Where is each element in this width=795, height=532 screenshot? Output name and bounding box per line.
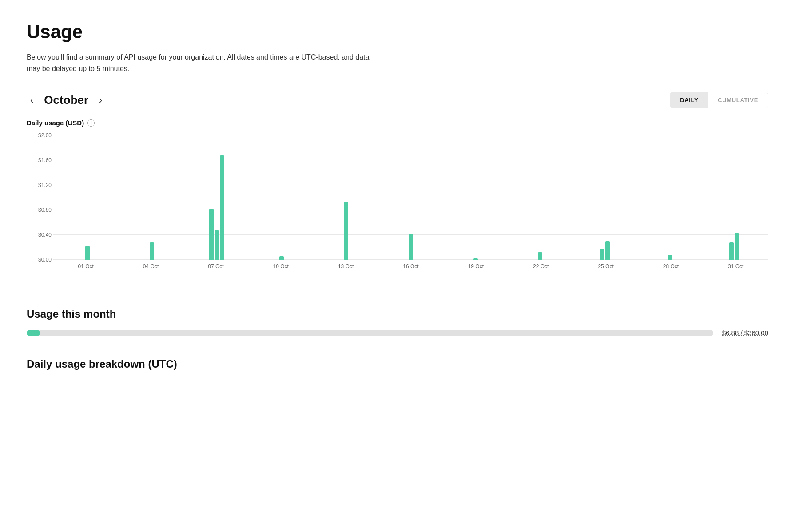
chart-label: Daily usage (USD) i <box>27 119 768 127</box>
bar[interactable] <box>600 249 604 260</box>
chart-container: $2.00$1.60$1.20$0.80$0.40$0.00 01 Oct04 … <box>27 135 768 286</box>
bar[interactable] <box>215 230 219 260</box>
x-axis-label: 16 Oct <box>378 263 443 270</box>
bar[interactable] <box>409 234 413 260</box>
bar-group <box>55 135 120 260</box>
bar[interactable] <box>473 258 478 260</box>
progress-bar-background <box>27 330 713 336</box>
month-title: October <box>44 93 88 107</box>
bar-group <box>443 135 508 260</box>
view-toggle-group: DAILY CUMULATIVE <box>670 92 768 108</box>
y-axis-label: $0.00 <box>38 257 52 263</box>
x-axis-label: 22 Oct <box>509 263 573 270</box>
bar-group <box>378 135 443 260</box>
page-title: Usage <box>27 21 768 43</box>
cumulative-toggle-button[interactable]: CUMULATIVE <box>708 92 768 108</box>
breakdown-title: Daily usage breakdown (UTC) <box>27 358 768 370</box>
next-month-button[interactable]: › <box>95 93 106 108</box>
bar-group <box>637 135 702 260</box>
bars-area <box>53 135 768 260</box>
x-axis-label: 25 Oct <box>573 263 638 270</box>
chart-header: ‹ October › DAILY CUMULATIVE <box>27 92 768 108</box>
usage-section-title: Usage this month <box>27 308 768 320</box>
y-axis-label: $1.20 <box>38 182 52 188</box>
x-axis-label: 07 Oct <box>183 263 248 270</box>
bar[interactable] <box>209 209 214 260</box>
bar[interactable] <box>150 242 154 260</box>
x-axis-labels: 01 Oct04 Oct07 Oct10 Oct13 Oct16 Oct19 O… <box>53 263 768 270</box>
bar-group <box>314 135 379 260</box>
bar[interactable] <box>668 255 672 260</box>
progress-container: $6.88 / $360.00 <box>27 329 768 337</box>
bar[interactable] <box>735 233 739 260</box>
y-axis-label: $2.00 <box>38 132 52 139</box>
prev-month-button[interactable]: ‹ <box>27 93 37 108</box>
bar-group <box>702 135 767 260</box>
bar-group <box>184 135 249 260</box>
page-subtitle: Below you'll find a summary of API usage… <box>27 52 382 74</box>
chart-section: Daily usage (USD) i $2.00$1.60$1.20$0.80… <box>27 119 768 286</box>
info-icon[interactable]: i <box>87 119 95 127</box>
bar[interactable] <box>344 202 348 260</box>
bar-group <box>249 135 314 260</box>
y-axis-labels: $2.00$1.60$1.20$0.80$0.40$0.00 <box>27 135 52 260</box>
usage-section: Usage this month $6.88 / $360.00 <box>27 308 768 337</box>
x-axis-label: 28 Oct <box>638 263 703 270</box>
bar[interactable] <box>279 256 284 260</box>
y-axis-label: $0.40 <box>38 232 52 238</box>
bar[interactable] <box>538 252 542 260</box>
progress-label: $6.88 / $360.00 <box>722 329 768 337</box>
bar[interactable] <box>85 246 90 260</box>
y-axis-label: $1.60 <box>38 157 52 163</box>
x-axis-label: 13 Oct <box>313 263 378 270</box>
chart-label-text: Daily usage (USD) <box>27 119 84 127</box>
daily-toggle-button[interactable]: DAILY <box>670 92 708 108</box>
bar-group <box>120 135 185 260</box>
x-axis-label: 01 Oct <box>53 263 118 270</box>
bar-group <box>572 135 637 260</box>
bar-group <box>508 135 572 260</box>
progress-bar-fill <box>27 330 40 336</box>
bar[interactable] <box>605 241 610 260</box>
month-navigation: ‹ October › <box>27 93 106 108</box>
x-axis-label: 19 Oct <box>443 263 508 270</box>
bar[interactable] <box>220 155 224 260</box>
y-axis-label: $0.80 <box>38 207 52 213</box>
bar[interactable] <box>729 242 734 260</box>
x-axis-label: 10 Oct <box>248 263 313 270</box>
x-axis-label: 31 Oct <box>704 263 768 270</box>
chart-inner: $2.00$1.60$1.20$0.80$0.40$0.00 <box>27 135 768 260</box>
x-axis-label: 04 Oct <box>118 263 183 270</box>
